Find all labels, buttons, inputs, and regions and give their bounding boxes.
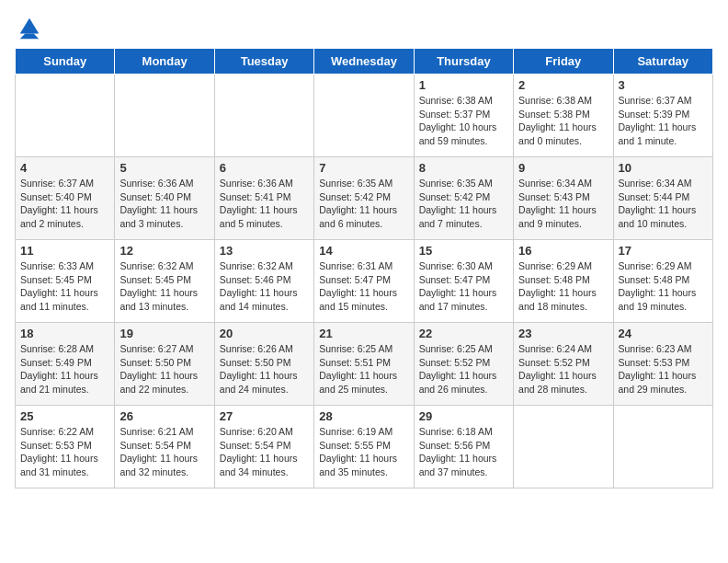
day-cell: 29Sunrise: 6:18 AM Sunset: 5:56 PM Dayli… [414,406,513,488]
week-row-2: 4Sunrise: 6:37 AM Sunset: 5:40 PM Daylig… [16,157,713,240]
day-number: 23 [518,327,608,340]
day-number: 13 [220,244,309,258]
day-number: 12 [119,244,209,258]
day-number: 19 [119,327,209,340]
day-info: Sunrise: 6:35 AM Sunset: 5:42 PM Dayligh… [319,177,408,231]
day-number: 4 [20,161,109,175]
day-cell: 4Sunrise: 6:37 AM Sunset: 5:40 PM Daylig… [16,157,115,240]
day-cell [214,75,313,157]
day-number: 7 [319,161,408,175]
day-info: Sunrise: 6:26 AM Sunset: 5:50 PM Dayligh… [220,342,309,396]
day-number: 22 [419,327,508,340]
day-info: Sunrise: 6:24 AM Sunset: 5:52 PM Dayligh… [518,342,608,396]
day-info: Sunrise: 6:31 AM Sunset: 5:47 PM Dayligh… [319,259,408,314]
calendar-table: SundayMondayTuesdayWednesdayThursdayFrid… [15,48,713,488]
day-info: Sunrise: 6:38 AM Sunset: 5:38 PM Dayligh… [518,94,608,148]
day-info: Sunrise: 6:38 AM Sunset: 5:37 PM Dayligh… [419,94,508,148]
day-info: Sunrise: 6:34 AM Sunset: 5:43 PM Dayligh… [518,177,608,231]
svg-marker-0 [20,18,40,34]
day-cell: 23Sunrise: 6:24 AM Sunset: 5:52 PM Dayli… [514,323,613,406]
day-info: Sunrise: 6:18 AM Sunset: 5:56 PM Dayligh… [419,425,508,479]
day-cell: 18Sunrise: 6:28 AM Sunset: 5:49 PM Dayli… [16,323,115,406]
day-cell [613,406,712,488]
week-row-1: 1Sunrise: 6:38 AM Sunset: 5:37 PM Daylig… [16,75,713,157]
day-info: Sunrise: 6:29 AM Sunset: 5:48 PM Dayligh… [518,259,608,314]
day-info: Sunrise: 6:32 AM Sunset: 5:46 PM Dayligh… [220,259,309,314]
day-number: 6 [220,161,309,175]
header-thursday: Thursday [414,49,513,75]
week-row-4: 18Sunrise: 6:28 AM Sunset: 5:49 PM Dayli… [16,323,713,406]
day-info: Sunrise: 6:21 AM Sunset: 5:54 PM Dayligh… [119,425,209,479]
day-info: Sunrise: 6:32 AM Sunset: 5:45 PM Dayligh… [119,259,209,314]
day-cell: 22Sunrise: 6:25 AM Sunset: 5:52 PM Dayli… [414,323,513,406]
day-info: Sunrise: 6:30 AM Sunset: 5:47 PM Dayligh… [419,259,508,314]
day-cell [314,75,414,157]
day-cell: 14Sunrise: 6:31 AM Sunset: 5:47 PM Dayli… [314,240,414,323]
day-cell: 5Sunrise: 6:36 AM Sunset: 5:40 PM Daylig… [115,157,214,240]
svg-marker-1 [20,34,40,40]
day-info: Sunrise: 6:19 AM Sunset: 5:55 PM Dayligh… [319,425,408,479]
header-wednesday: Wednesday [314,49,414,75]
day-cell: 26Sunrise: 6:21 AM Sunset: 5:54 PM Dayli… [115,406,214,488]
day-number: 2 [518,78,608,92]
day-number: 5 [119,161,209,175]
logo [15,15,42,40]
day-number: 25 [20,409,109,423]
week-row-5: 25Sunrise: 6:22 AM Sunset: 5:53 PM Dayli… [16,406,713,488]
header-monday: Monday [115,49,214,75]
day-info: Sunrise: 6:35 AM Sunset: 5:42 PM Dayligh… [419,177,508,231]
day-cell: 25Sunrise: 6:22 AM Sunset: 5:53 PM Dayli… [16,406,115,488]
page-header [15,15,713,40]
day-cell: 12Sunrise: 6:32 AM Sunset: 5:45 PM Dayli… [115,240,214,323]
day-number: 1 [419,78,508,92]
day-number: 11 [20,244,109,258]
day-cell: 8Sunrise: 6:35 AM Sunset: 5:42 PM Daylig… [414,157,513,240]
day-info: Sunrise: 6:28 AM Sunset: 5:49 PM Dayligh… [20,342,109,396]
day-info: Sunrise: 6:25 AM Sunset: 5:52 PM Dayligh… [419,342,508,396]
day-cell: 20Sunrise: 6:26 AM Sunset: 5:50 PM Dayli… [214,323,313,406]
day-info: Sunrise: 6:23 AM Sunset: 5:53 PM Dayligh… [619,342,708,396]
day-number: 16 [518,244,608,258]
day-cell: 24Sunrise: 6:23 AM Sunset: 5:53 PM Dayli… [613,323,712,406]
header-saturday: Saturday [613,49,712,75]
day-number: 28 [319,409,408,423]
day-number: 29 [419,409,508,423]
day-cell: 17Sunrise: 6:29 AM Sunset: 5:48 PM Dayli… [613,240,712,323]
header-friday: Friday [514,49,613,75]
header-sunday: Sunday [16,49,115,75]
day-cell: 11Sunrise: 6:33 AM Sunset: 5:45 PM Dayli… [16,240,115,323]
day-cell: 7Sunrise: 6:35 AM Sunset: 5:42 PM Daylig… [314,157,414,240]
day-cell [514,406,613,488]
day-info: Sunrise: 6:36 AM Sunset: 5:41 PM Dayligh… [220,177,309,231]
day-cell: 3Sunrise: 6:37 AM Sunset: 5:39 PM Daylig… [613,75,712,157]
day-number: 17 [619,244,708,258]
day-cell: 28Sunrise: 6:19 AM Sunset: 5:55 PM Dayli… [314,406,414,488]
day-cell: 6Sunrise: 6:36 AM Sunset: 5:41 PM Daylig… [214,157,313,240]
day-cell: 2Sunrise: 6:38 AM Sunset: 5:38 PM Daylig… [514,75,613,157]
week-row-3: 11Sunrise: 6:33 AM Sunset: 5:45 PM Dayli… [16,240,713,323]
day-info: Sunrise: 6:29 AM Sunset: 5:48 PM Dayligh… [619,259,708,314]
day-info: Sunrise: 6:27 AM Sunset: 5:50 PM Dayligh… [119,342,209,396]
day-info: Sunrise: 6:34 AM Sunset: 5:44 PM Dayligh… [619,177,708,231]
day-cell [16,75,115,157]
day-number: 9 [518,161,608,175]
day-cell: 10Sunrise: 6:34 AM Sunset: 5:44 PM Dayli… [613,157,712,240]
day-number: 26 [119,409,209,423]
day-cell: 13Sunrise: 6:32 AM Sunset: 5:46 PM Dayli… [214,240,313,323]
day-number: 18 [20,327,109,340]
day-cell: 19Sunrise: 6:27 AM Sunset: 5:50 PM Dayli… [115,323,214,406]
day-cell: 16Sunrise: 6:29 AM Sunset: 5:48 PM Dayli… [514,240,613,323]
day-number: 27 [220,409,309,423]
day-info: Sunrise: 6:25 AM Sunset: 5:51 PM Dayligh… [319,342,408,396]
day-number: 21 [319,327,408,340]
day-info: Sunrise: 6:22 AM Sunset: 5:53 PM Dayligh… [20,425,109,479]
day-number: 24 [619,327,708,340]
day-info: Sunrise: 6:20 AM Sunset: 5:54 PM Dayligh… [220,425,309,479]
day-cell: 9Sunrise: 6:34 AM Sunset: 5:43 PM Daylig… [514,157,613,240]
day-number: 10 [619,161,708,175]
day-cell: 1Sunrise: 6:38 AM Sunset: 5:37 PM Daylig… [414,75,513,157]
header-row: SundayMondayTuesdayWednesdayThursdayFrid… [16,49,713,75]
day-cell: 21Sunrise: 6:25 AM Sunset: 5:51 PM Dayli… [314,323,414,406]
day-number: 14 [319,244,408,258]
day-cell: 15Sunrise: 6:30 AM Sunset: 5:47 PM Dayli… [414,240,513,323]
